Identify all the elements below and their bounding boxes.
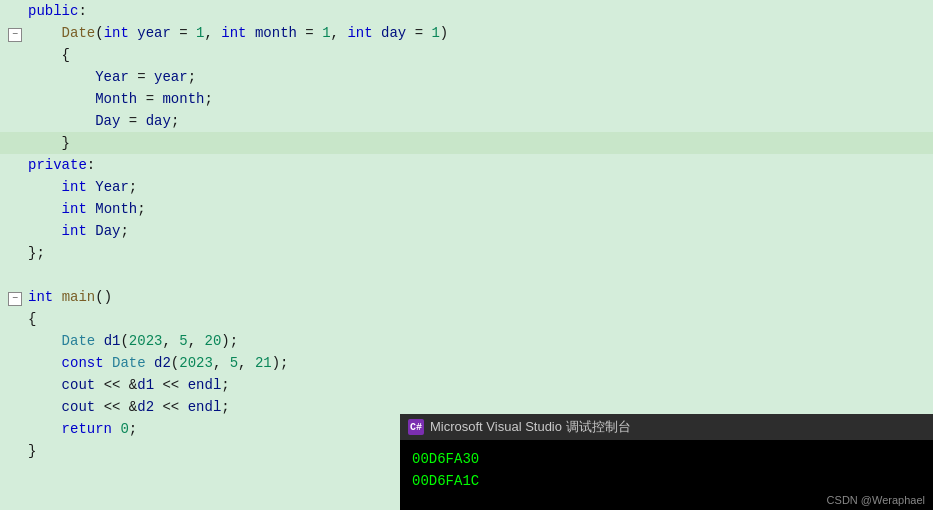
code-line-empty: [0, 264, 933, 286]
console-body: 00D6FA30 00D6FA1C CSDN @Weraphael: [400, 440, 933, 510]
console-titlebar: C# Microsoft Visual Studio 调试控制台: [400, 414, 933, 440]
gutter: −: [0, 28, 28, 42]
code-line: {: [0, 44, 933, 66]
code-line-closing-brace: }: [0, 132, 933, 154]
console-title: Microsoft Visual Studio 调试控制台: [430, 418, 631, 436]
code-line-date-constructor: − Date(int year = 1, int month = 1, int …: [0, 22, 933, 44]
console-watermark: CSDN @Weraphael: [827, 494, 925, 506]
editor-container: public: − Date(int year = 1, int month =…: [0, 0, 933, 510]
console-line-2: 00D6FA1C: [412, 470, 921, 492]
code-line: int Month;: [0, 198, 933, 220]
code-line-private: private:: [0, 154, 933, 176]
console-line-1: 00D6FA30: [412, 448, 921, 470]
code-line: int Year;: [0, 176, 933, 198]
code-line: const Date d2(2023, 5, 21);: [0, 352, 933, 374]
console-icon: C#: [408, 419, 424, 435]
fold-icon[interactable]: −: [8, 28, 22, 42]
code-line-main: − int main(): [0, 286, 933, 308]
code-line: Year = year;: [0, 66, 933, 88]
console-icon-label: C#: [410, 422, 422, 433]
code-line: int Day;: [0, 220, 933, 242]
code-line: Month = month;: [0, 88, 933, 110]
code-line: {: [0, 308, 933, 330]
code-line: };: [0, 242, 933, 264]
code-line: Date d1(2023, 5, 20);: [0, 330, 933, 352]
console-overlay: C# Microsoft Visual Studio 调试控制台 00D6FA3…: [400, 414, 933, 510]
fold-icon-main[interactable]: −: [8, 292, 22, 306]
gutter: −: [0, 292, 28, 306]
code-line: Day = day;: [0, 110, 933, 132]
code-line: public:: [0, 0, 933, 22]
code-line: cout << &d1 << endl;: [0, 374, 933, 396]
